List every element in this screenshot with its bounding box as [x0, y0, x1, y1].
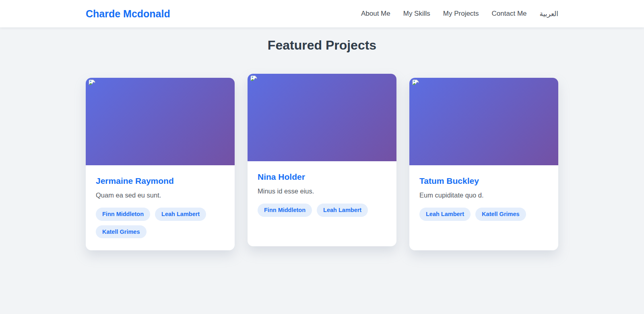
project-description: Eum cupiditate quo d.: [419, 191, 548, 199]
main-nav: About Me My Skills My Projects Contact M…: [361, 10, 558, 18]
project-title[interactable]: Nina Holder: [258, 172, 386, 182]
broken-image-icon: [412, 79, 420, 87]
project-tags: Finn MiddletonLeah LambertKatell Grimes: [96, 208, 225, 238]
header: Charde Mcdonald About Me My Skills My Pr…: [0, 0, 644, 27]
project-description: Minus id esse eius.: [258, 187, 386, 195]
project-cards-row: Jermaine Raymond Quam ea sed eu sunt. Fi…: [86, 78, 558, 250]
project-title[interactable]: Tatum Buckley: [419, 176, 548, 186]
project-tags: Leah LambertKatell Grimes: [419, 208, 548, 221]
project-tag: Leah Lambert: [317, 204, 368, 217]
broken-image-icon: [88, 79, 96, 87]
main-content: Featured Projects Jermaine Raymond Quam …: [0, 38, 644, 250]
project-card-body: Tatum Buckley Eum cupiditate quo d. Leah…: [409, 165, 558, 233]
nav-my-projects[interactable]: My Projects: [443, 10, 479, 18]
section-title: Featured Projects: [0, 38, 644, 53]
project-tags: Finn MiddletonLeah Lambert: [258, 204, 386, 217]
broken-image-icon: [250, 75, 258, 83]
project-card-body: Nina Holder Minus id esse eius. Finn Mid…: [248, 161, 396, 229]
project-image: [86, 78, 235, 165]
project-card[interactable]: Jermaine Raymond Quam ea sed eu sunt. Fi…: [86, 78, 235, 250]
nav-my-skills[interactable]: My Skills: [403, 10, 430, 18]
project-tag: Katell Grimes: [96, 225, 147, 239]
project-tag: Leah Lambert: [419, 208, 471, 221]
project-tag: Finn Middleton: [96, 208, 150, 221]
project-image: [409, 78, 558, 165]
project-description: Quam ea sed eu sunt.: [96, 191, 225, 199]
project-card[interactable]: Tatum Buckley Eum cupiditate quo d. Leah…: [409, 78, 558, 250]
project-card-body: Jermaine Raymond Quam ea sed eu sunt. Fi…: [86, 165, 235, 250]
project-tag: Finn Middleton: [258, 204, 312, 217]
nav-contact-me[interactable]: Contact Me: [492, 10, 527, 18]
brand-link[interactable]: Charde Mcdonald: [86, 8, 170, 20]
project-tag: Katell Grimes: [475, 208, 526, 221]
project-card[interactable]: Nina Holder Minus id esse eius. Finn Mid…: [248, 74, 396, 246]
project-image: [248, 74, 396, 161]
project-title[interactable]: Jermaine Raymond: [96, 176, 225, 186]
nav-about-me[interactable]: About Me: [361, 10, 390, 18]
project-tag: Leah Lambert: [155, 208, 206, 221]
nav-arabic-language[interactable]: العربية: [540, 10, 558, 18]
